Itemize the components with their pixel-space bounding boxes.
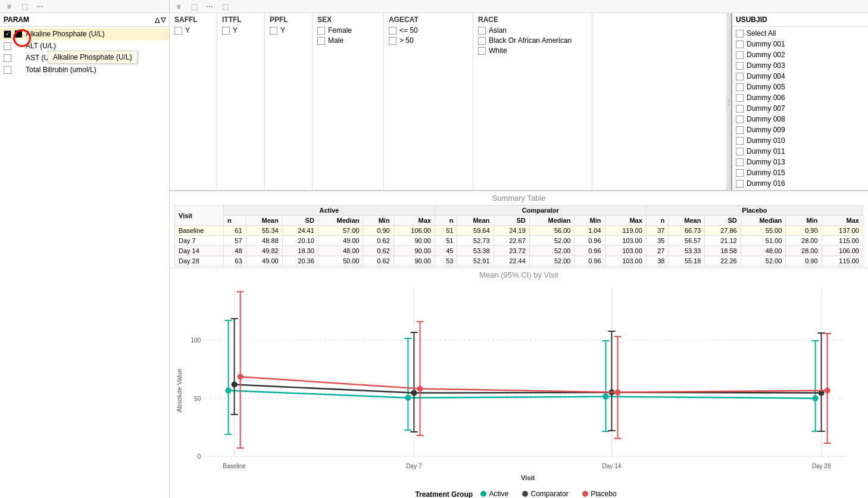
usubjid-item-select-all[interactable]: Select All	[732, 28, 868, 39]
cell-active-sd: 18.30	[282, 246, 318, 256]
usubjid-checkbox-dummy003[interactable]	[736, 62, 744, 70]
usubjid-checkbox-dummy005[interactable]	[736, 83, 744, 91]
usubjid-item-dummy004[interactable]: Dummy 004	[732, 71, 868, 82]
filter-option-race-black[interactable]: Black Or African American	[478, 36, 587, 45]
cell-comp-n: 51	[435, 236, 457, 246]
param-header: PARAM △ ▽	[0, 13, 169, 27]
filter-option-agecat-gt50[interactable]: > 50	[389, 36, 468, 45]
filter-option-race-asian[interactable]: Asian	[478, 26, 587, 35]
cell-comp-mean: 53.38	[457, 246, 494, 256]
filter-option-saffl-y[interactable]: Y	[174, 26, 212, 35]
usubjid-checkbox-dummy013[interactable]	[736, 158, 744, 166]
filter-option-agecat-lte50[interactable]: <= 50	[389, 26, 468, 35]
usubjid-item-dummy016[interactable]: Dummy 016	[732, 178, 868, 189]
filter-option-ppfl-y[interactable]: Y	[270, 26, 307, 35]
usubjid-checkbox-dummy001[interactable]	[736, 41, 744, 48]
sort-desc-icon[interactable]: ▽	[161, 16, 166, 24]
usubjid-item-dummy007[interactable]: Dummy 007	[732, 103, 868, 114]
filter-option-sex-male[interactable]: Male	[317, 36, 379, 45]
right-panel-wrapper: ≡ ⬚ ⋯ ⬚ SAFFL Y	[170, 0, 868, 498]
sort-asc-icon[interactable]: △	[155, 16, 160, 24]
filter-options-ittfl: Y	[222, 26, 260, 35]
filter-checkbox-saffl-y[interactable]	[174, 27, 182, 35]
x-tick-day28: Day 28	[812, 463, 831, 469]
usubjid-checkbox-dummy009[interactable]	[736, 126, 744, 134]
filter-section-race: RACE Asian Black Or African American	[473, 13, 592, 190]
cell-comp-sd: 22.67	[494, 236, 529, 246]
usubjid-checkbox-select-all[interactable]	[736, 30, 744, 38]
usubjid-checkbox-dummy015[interactable]	[736, 169, 744, 177]
usubjid-item-dummy001[interactable]: Dummy 001	[732, 39, 868, 49]
dot-active-day7	[405, 395, 411, 401]
filter-divider[interactable]	[726, 13, 731, 190]
menu-icon[interactable]: ≡	[4, 1, 14, 12]
cell-plac-min: 28.00	[786, 246, 822, 256]
usubjid-item-dummy010[interactable]: Dummy 010	[732, 135, 868, 146]
param-item-alkaline[interactable]: Alkaline Phosphate (U/L) Alkaline Phosph…	[0, 28, 169, 40]
legend-item-placebo: Placebo	[582, 490, 616, 498]
cell-visit: Day 14	[175, 246, 224, 256]
usubjid-checkbox-dummy008[interactable]	[736, 116, 744, 123]
usubjid-checkbox-dummy016[interactable]	[736, 180, 744, 188]
usubjid-item-dummy008[interactable]: Dummy 008	[732, 114, 868, 125]
filter-checkbox-ittfl-y[interactable]	[222, 27, 230, 35]
usubjid-checkbox-dummy007[interactable]	[736, 105, 744, 113]
toolbar-more-icon[interactable]: ⋯	[204, 1, 215, 12]
usubjid-item-dummy003[interactable]: Dummy 003	[732, 60, 868, 71]
param-checkbox-alkaline[interactable]	[4, 30, 11, 38]
param-checkbox-alt[interactable]	[4, 42, 11, 50]
filter-checkbox-sex-male[interactable]	[317, 37, 325, 45]
usubjid-item-dummy006[interactable]: Dummy 006	[732, 92, 868, 103]
cell-comp-n: 45	[435, 246, 457, 256]
cell-plac-mean: 55.18	[669, 256, 705, 266]
legend-text-placebo: Placebo	[591, 490, 616, 498]
filter-option-sex-female[interactable]: Female	[317, 26, 379, 35]
filter-checkbox-agecat-lte50[interactable]	[389, 27, 396, 35]
more-icon[interactable]: ⋯	[35, 1, 45, 12]
cell-comp-min: 0.96	[574, 256, 605, 266]
dot-plac-day7	[417, 386, 423, 392]
filter-checkbox-race-black[interactable]	[478, 37, 486, 45]
usubjid-checkbox-dummy004[interactable]	[736, 73, 744, 80]
usubjid-item-dummy013[interactable]: Dummy 013	[732, 157, 868, 167]
toolbar-window-icon[interactable]: ⬚	[189, 1, 199, 12]
usubjid-checkbox-dummy010[interactable]	[736, 137, 744, 145]
cell-comp-max: 103.00	[605, 236, 646, 246]
toolbar-menu-icon[interactable]: ≡	[173, 1, 184, 12]
col-plac-max: Max	[822, 216, 863, 226]
filter-checkbox-ppfl-y[interactable]	[270, 27, 277, 35]
usubjid-item-dummy009[interactable]: Dummy 009	[732, 125, 868, 135]
param-checkbox-ast[interactable]	[4, 54, 11, 62]
window-icon[interactable]: ⬚	[19, 1, 30, 12]
usubjid-item-dummy002[interactable]: Dummy 002	[732, 49, 868, 60]
param-item-alt[interactable]: ALT (U/L)	[0, 40, 169, 52]
param-toolbar: ≡ ⬚ ⋯	[0, 0, 169, 13]
filter-checkbox-race-white[interactable]	[478, 47, 486, 55]
cell-plac-median: 51.00	[741, 236, 786, 246]
cell-plac-max: 115.00	[822, 256, 863, 266]
toolbar-expand-icon[interactable]: ⬚	[220, 1, 230, 12]
filter-title-sex: SEX	[317, 15, 379, 24]
filter-option-ittfl-y[interactable]: Y	[222, 26, 260, 35]
usubjid-item-dummy005[interactable]: Dummy 005	[732, 82, 868, 92]
usubjid-panel: USUBJID Select All Dummy 001 Dummy 002	[731, 13, 868, 190]
cell-plac-max: 115.00	[822, 236, 863, 246]
usubjid-checkbox-dummy002[interactable]	[736, 51, 744, 59]
usubjid-item-dummy011[interactable]: Dummy 011	[732, 146, 868, 157]
filter-checkbox-sex-female[interactable]	[317, 27, 325, 35]
cell-active-sd: 20.36	[282, 256, 318, 266]
usubjid-checkbox-dummy006[interactable]	[736, 94, 744, 102]
param-item-bilirubin[interactable]: Total Bilirubin (umol/L)	[0, 64, 169, 76]
filter-option-race-white[interactable]: White	[478, 46, 587, 55]
filter-section-agecat: AGECAT <= 50 > 50	[384, 13, 473, 190]
dot-plac-day28	[825, 388, 830, 394]
param-checkbox-bilirubin[interactable]	[4, 66, 11, 74]
usubjid-checkbox-dummy011[interactable]	[736, 148, 744, 155]
filter-checkbox-agecat-gt50[interactable]	[389, 37, 396, 45]
usubjid-item-dummy015[interactable]: Dummy 015	[732, 167, 868, 178]
col-plac-min: Min	[786, 216, 822, 226]
filter-label-ittfl-y: Y	[233, 26, 238, 35]
usubjid-label-dummy001: Dummy 001	[747, 40, 785, 48]
cell-plac-max: 106.00	[822, 246, 863, 256]
filter-checkbox-race-asian[interactable]	[478, 27, 486, 35]
